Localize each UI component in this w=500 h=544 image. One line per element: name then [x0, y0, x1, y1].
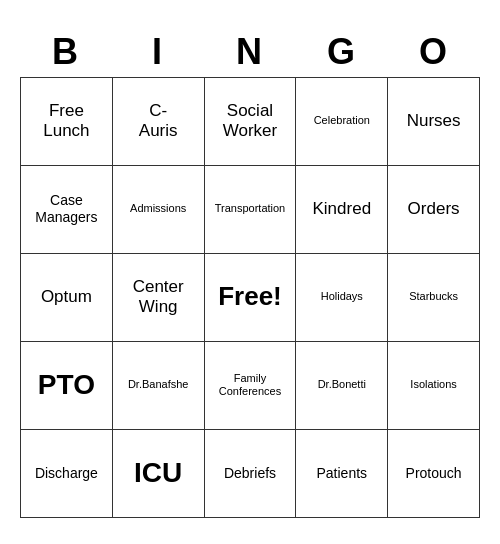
bingo-cell: Dr.Banafshe	[113, 342, 205, 430]
bingo-cell: Transportation	[205, 166, 297, 254]
header-letter: B	[20, 27, 112, 77]
bingo-cell: Patients	[296, 430, 388, 518]
header-letter: N	[204, 27, 296, 77]
bingo-cell: Admissions	[113, 166, 205, 254]
bingo-cell: Celebration	[296, 78, 388, 166]
bingo-cell: Optum	[21, 254, 113, 342]
bingo-cell: CenterWing	[113, 254, 205, 342]
cell-text: Optum	[41, 287, 92, 307]
cell-text: Dr.Banafshe	[128, 378, 189, 391]
bingo-cell: Orders	[388, 166, 480, 254]
cell-text: Patients	[316, 465, 367, 482]
cell-text: Admissions	[130, 202, 186, 215]
cell-text: PTO	[38, 368, 95, 402]
cell-text: Free!	[218, 281, 282, 312]
cell-text: Holidays	[321, 290, 363, 303]
bingo-cell: Holidays	[296, 254, 388, 342]
cell-text: Protouch	[406, 465, 462, 482]
cell-text: Isolations	[410, 378, 456, 391]
cell-text: ICU	[134, 456, 182, 490]
bingo-cell: FreeLunch	[21, 78, 113, 166]
cell-text: Celebration	[314, 114, 370, 127]
bingo-cell: Dr.Bonetti	[296, 342, 388, 430]
cell-text: Starbucks	[409, 290, 458, 303]
cell-text: CenterWing	[133, 277, 184, 318]
bingo-cell: Starbucks	[388, 254, 480, 342]
cell-text: Nurses	[407, 111, 461, 131]
bingo-cell: CaseManagers	[21, 166, 113, 254]
cell-text: Kindred	[312, 199, 371, 219]
bingo-cell: Nurses	[388, 78, 480, 166]
bingo-grid: FreeLunchC-AurisSocialWorkerCelebrationN…	[20, 77, 480, 518]
bingo-cell: SocialWorker	[205, 78, 297, 166]
bingo-cell: C-Auris	[113, 78, 205, 166]
bingo-cell: PTO	[21, 342, 113, 430]
header-letter: G	[296, 27, 388, 77]
cell-text: Orders	[408, 199, 460, 219]
cell-text: Dr.Bonetti	[318, 378, 366, 391]
bingo-cell: FamilyConferences	[205, 342, 297, 430]
bingo-cell: Debriefs	[205, 430, 297, 518]
bingo-card: BINGO FreeLunchC-AurisSocialWorkerCelebr…	[20, 27, 480, 518]
cell-text: SocialWorker	[223, 101, 277, 142]
header-letter: O	[388, 27, 480, 77]
cell-text: Discharge	[35, 465, 98, 482]
cell-text: FamilyConferences	[219, 372, 281, 398]
cell-text: CaseManagers	[35, 192, 97, 226]
header-letter: I	[112, 27, 204, 77]
cell-text: Debriefs	[224, 465, 276, 482]
cell-text: C-Auris	[139, 101, 178, 142]
cell-text: FreeLunch	[43, 101, 89, 142]
bingo-cell: Kindred	[296, 166, 388, 254]
bingo-cell: Protouch	[388, 430, 480, 518]
bingo-cell: Isolations	[388, 342, 480, 430]
cell-text: Transportation	[215, 202, 286, 215]
bingo-header: BINGO	[20, 27, 480, 77]
bingo-cell: Discharge	[21, 430, 113, 518]
bingo-cell: ICU	[113, 430, 205, 518]
bingo-cell: Free!	[205, 254, 297, 342]
